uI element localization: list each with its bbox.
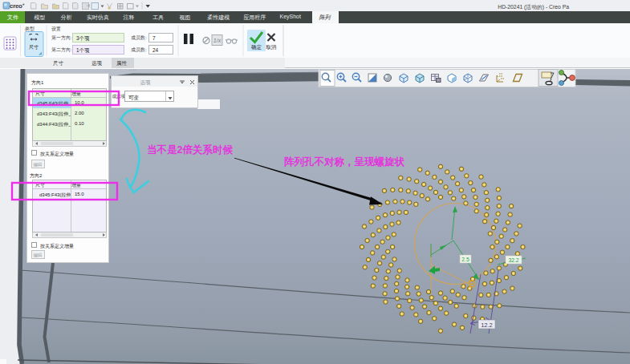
svg-text:····: ···· — [128, 69, 136, 73]
svg-text:12.2: 12.2 — [481, 322, 493, 329]
svg-text:确定: 确定 — [251, 44, 262, 51]
svg-text:creo+: creo+ — [10, 2, 25, 10]
svg-text:取消: 取消 — [266, 44, 277, 51]
svg-text:1/x: 1/x — [213, 38, 222, 43]
svg-text:32.2: 32.2 — [508, 257, 518, 263]
svg-text:2.5: 2.5 — [461, 257, 469, 262]
